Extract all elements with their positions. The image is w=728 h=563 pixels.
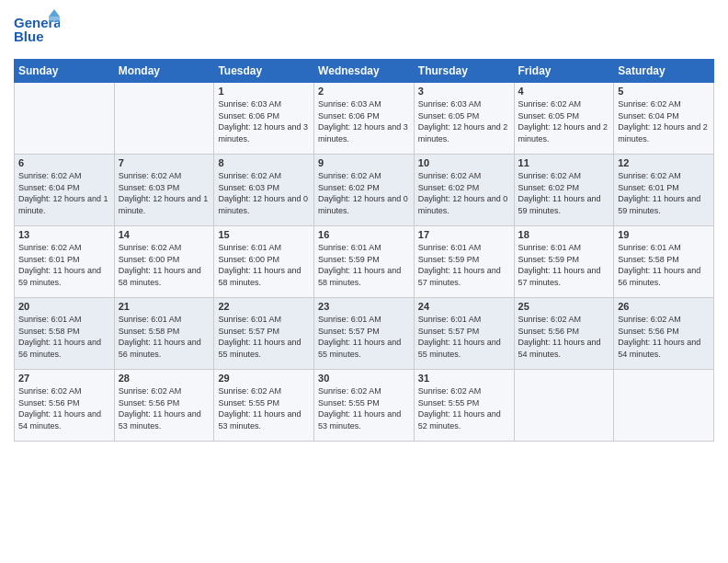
- day-info: Sunrise: 6:01 AM Sunset: 5:59 PM Dayligh…: [318, 242, 410, 288]
- day-info: Sunrise: 6:02 AM Sunset: 5:55 PM Dayligh…: [418, 385, 510, 431]
- calendar-week-row: 20Sunrise: 6:01 AM Sunset: 5:58 PM Dayli…: [15, 298, 714, 370]
- day-info: Sunrise: 6:01 AM Sunset: 5:57 PM Dayligh…: [418, 314, 510, 360]
- calendar-cell: 31Sunrise: 6:02 AM Sunset: 5:55 PM Dayli…: [414, 370, 514, 442]
- calendar-cell: 24Sunrise: 6:01 AM Sunset: 5:57 PM Dayli…: [414, 298, 514, 370]
- calendar-cell: 9Sunrise: 6:02 AM Sunset: 6:02 PM Daylig…: [314, 155, 415, 226]
- day-number: 23: [318, 301, 410, 312]
- calendar-cell: 17Sunrise: 6:01 AM Sunset: 5:59 PM Dayli…: [414, 226, 514, 298]
- day-info: Sunrise: 6:02 AM Sunset: 5:55 PM Dayligh…: [318, 385, 410, 431]
- logo-icon: General Blue: [14, 9, 60, 51]
- calendar-cell: 21Sunrise: 6:01 AM Sunset: 5:58 PM Dayli…: [114, 298, 214, 370]
- day-info: Sunrise: 6:01 AM Sunset: 5:57 PM Dayligh…: [318, 314, 410, 360]
- day-number: 13: [18, 229, 110, 240]
- day-number: 18: [518, 229, 610, 240]
- calendar-cell: 20Sunrise: 6:01 AM Sunset: 5:58 PM Dayli…: [15, 298, 115, 370]
- day-number: 29: [218, 373, 310, 384]
- main-container: General Blue SundayMondayTuesdayWednesda…: [0, 0, 728, 446]
- day-info: Sunrise: 6:01 AM Sunset: 5:59 PM Dayligh…: [418, 242, 510, 288]
- calendar-cell: 10Sunrise: 6:02 AM Sunset: 6:02 PM Dayli…: [414, 155, 514, 226]
- col-header-tuesday: Tuesday: [214, 60, 314, 83]
- svg-marker-2: [49, 9, 60, 17]
- day-info: Sunrise: 6:02 AM Sunset: 6:04 PM Dayligh…: [18, 170, 110, 216]
- day-number: 19: [618, 229, 710, 240]
- day-number: 12: [618, 157, 710, 168]
- calendar-cell: [614, 370, 714, 442]
- calendar-cell: 22Sunrise: 6:01 AM Sunset: 5:57 PM Dayli…: [214, 298, 314, 370]
- day-number: 28: [119, 373, 210, 384]
- svg-marker-3: [49, 17, 60, 22]
- calendar-week-row: 27Sunrise: 6:02 AM Sunset: 5:56 PM Dayli…: [15, 370, 714, 442]
- calendar-cell: 6Sunrise: 6:02 AM Sunset: 6:04 PM Daylig…: [15, 155, 115, 226]
- calendar-cell: 16Sunrise: 6:01 AM Sunset: 5:59 PM Dayli…: [314, 226, 415, 298]
- day-info: Sunrise: 6:02 AM Sunset: 6:01 PM Dayligh…: [618, 170, 710, 216]
- day-info: Sunrise: 6:02 AM Sunset: 6:03 PM Dayligh…: [218, 170, 310, 216]
- header: General Blue: [14, 9, 714, 54]
- day-number: 24: [418, 301, 510, 312]
- col-header-wednesday: Wednesday: [314, 60, 415, 83]
- calendar-cell: 12Sunrise: 6:02 AM Sunset: 6:01 PM Dayli…: [614, 155, 714, 226]
- calendar-cell: 15Sunrise: 6:01 AM Sunset: 6:00 PM Dayli…: [214, 226, 314, 298]
- day-info: Sunrise: 6:02 AM Sunset: 5:56 PM Dayligh…: [518, 314, 610, 360]
- day-info: Sunrise: 6:02 AM Sunset: 6:04 PM Dayligh…: [618, 98, 710, 144]
- day-info: Sunrise: 6:03 AM Sunset: 6:06 PM Dayligh…: [318, 98, 410, 144]
- calendar-cell: 23Sunrise: 6:01 AM Sunset: 5:57 PM Dayli…: [314, 298, 415, 370]
- day-info: Sunrise: 6:01 AM Sunset: 5:58 PM Dayligh…: [618, 242, 710, 288]
- calendar-cell: 13Sunrise: 6:02 AM Sunset: 6:01 PM Dayli…: [15, 226, 115, 298]
- day-number: 4: [518, 86, 610, 97]
- day-info: Sunrise: 6:02 AM Sunset: 6:00 PM Dayligh…: [119, 242, 210, 288]
- calendar-cell: 1Sunrise: 6:03 AM Sunset: 6:06 PM Daylig…: [214, 83, 314, 155]
- day-info: Sunrise: 6:03 AM Sunset: 6:05 PM Dayligh…: [418, 98, 510, 144]
- col-header-thursday: Thursday: [414, 60, 514, 83]
- day-number: 11: [518, 157, 610, 168]
- day-info: Sunrise: 6:02 AM Sunset: 6:02 PM Dayligh…: [318, 170, 410, 216]
- day-number: 26: [618, 301, 710, 312]
- calendar-cell: 7Sunrise: 6:02 AM Sunset: 6:03 PM Daylig…: [114, 155, 214, 226]
- calendar-cell: [514, 370, 614, 442]
- day-number: 16: [318, 229, 410, 240]
- day-number: 25: [518, 301, 610, 312]
- day-info: Sunrise: 6:02 AM Sunset: 6:02 PM Dayligh…: [418, 170, 510, 216]
- calendar-week-row: 6Sunrise: 6:02 AM Sunset: 6:04 PM Daylig…: [15, 155, 714, 226]
- calendar-cell: 8Sunrise: 6:02 AM Sunset: 6:03 PM Daylig…: [214, 155, 314, 226]
- day-number: 2: [318, 86, 410, 97]
- day-number: 5: [618, 86, 710, 97]
- day-number: 22: [218, 301, 310, 312]
- day-info: Sunrise: 6:03 AM Sunset: 6:06 PM Dayligh…: [218, 98, 310, 144]
- calendar-cell: 19Sunrise: 6:01 AM Sunset: 5:58 PM Dayli…: [614, 226, 714, 298]
- day-info: Sunrise: 6:02 AM Sunset: 5:56 PM Dayligh…: [119, 385, 210, 431]
- calendar-cell: 3Sunrise: 6:03 AM Sunset: 6:05 PM Daylig…: [414, 83, 514, 155]
- svg-text:Blue: Blue: [14, 29, 44, 44]
- day-number: 20: [18, 301, 110, 312]
- day-info: Sunrise: 6:01 AM Sunset: 5:57 PM Dayligh…: [218, 314, 310, 360]
- calendar-table: SundayMondayTuesdayWednesdayThursdayFrid…: [14, 59, 714, 442]
- calendar-cell: 30Sunrise: 6:02 AM Sunset: 5:55 PM Dayli…: [314, 370, 415, 442]
- calendar-cell: 4Sunrise: 6:02 AM Sunset: 6:05 PM Daylig…: [514, 83, 614, 155]
- day-number: 15: [218, 229, 310, 240]
- day-info: Sunrise: 6:01 AM Sunset: 6:00 PM Dayligh…: [218, 242, 310, 288]
- day-number: 14: [119, 229, 210, 240]
- day-number: 8: [218, 157, 310, 168]
- day-info: Sunrise: 6:02 AM Sunset: 6:05 PM Dayligh…: [518, 98, 610, 144]
- day-info: Sunrise: 6:02 AM Sunset: 6:03 PM Dayligh…: [119, 170, 210, 216]
- calendar-week-row: 13Sunrise: 6:02 AM Sunset: 6:01 PM Dayli…: [15, 226, 714, 298]
- day-number: 3: [418, 86, 510, 97]
- col-header-saturday: Saturday: [614, 60, 714, 83]
- day-number: 27: [18, 373, 110, 384]
- calendar-cell: 29Sunrise: 6:02 AM Sunset: 5:55 PM Dayli…: [214, 370, 314, 442]
- day-info: Sunrise: 6:01 AM Sunset: 5:58 PM Dayligh…: [18, 314, 110, 360]
- calendar-header-row: SundayMondayTuesdayWednesdayThursdayFrid…: [15, 60, 714, 83]
- calendar-cell: 26Sunrise: 6:02 AM Sunset: 5:56 PM Dayli…: [614, 298, 714, 370]
- calendar-cell: 18Sunrise: 6:01 AM Sunset: 5:59 PM Dayli…: [514, 226, 614, 298]
- day-number: 6: [18, 157, 110, 168]
- day-info: Sunrise: 6:02 AM Sunset: 6:01 PM Dayligh…: [18, 242, 110, 288]
- day-number: 7: [119, 157, 210, 168]
- day-info: Sunrise: 6:02 AM Sunset: 5:56 PM Dayligh…: [18, 385, 110, 431]
- calendar-cell: 2Sunrise: 6:03 AM Sunset: 6:06 PM Daylig…: [314, 83, 415, 155]
- calendar-cell: 27Sunrise: 6:02 AM Sunset: 5:56 PM Dayli…: [15, 370, 115, 442]
- day-info: Sunrise: 6:01 AM Sunset: 5:59 PM Dayligh…: [518, 242, 610, 288]
- calendar-cell: [15, 83, 115, 155]
- day-info: Sunrise: 6:01 AM Sunset: 5:58 PM Dayligh…: [119, 314, 210, 360]
- col-header-monday: Monday: [114, 60, 214, 83]
- calendar-cell: [114, 83, 214, 155]
- day-number: 1: [218, 86, 310, 97]
